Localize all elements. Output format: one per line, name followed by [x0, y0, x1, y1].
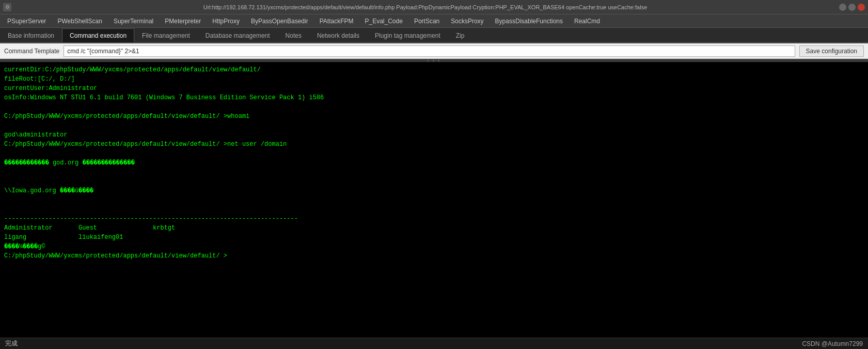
- terminal-line: C:/phpStudy/WWW/yxcms/protected/apps/def…: [4, 112, 864, 121]
- terminal-line: \\Iowa.god.org ����û����: [4, 186, 864, 195]
- terminal-line: currentUser:Administrator: [4, 84, 864, 93]
- menu-item-superterminal[interactable]: SuperTerminal: [108, 17, 159, 26]
- terminal-line: [4, 102, 864, 112]
- minimize-button[interactable]: [839, 4, 846, 11]
- terminal-line: [4, 177, 864, 186]
- menu-item-bypassopenbasedir[interactable]: ByPassOpenBasedir: [246, 17, 313, 26]
- maximize-button[interactable]: [848, 4, 856, 11]
- terminal-line: [4, 195, 864, 205]
- menu-item-httpproxy[interactable]: HttpProxy: [207, 17, 245, 26]
- command-template-label: Command Template: [4, 48, 59, 55]
- tab-database-management[interactable]: Database management: [198, 28, 278, 42]
- terminal-line: osInfo:Windows NT STU1 6.1 build 7601 (W…: [4, 93, 864, 102]
- menu-item-realcmd[interactable]: RealCmd: [569, 17, 605, 26]
- menu-item-portscan[interactable]: PortScan: [409, 17, 445, 26]
- tab-notes[interactable]: Notes: [278, 28, 309, 42]
- terminal-line: [4, 168, 864, 177]
- menu-item-pwebshellscan[interactable]: PWebShellScan: [52, 17, 107, 26]
- status-bar: 完成 CSDN @Autumn7299: [0, 338, 868, 349]
- app-icon: ⚙: [3, 3, 11, 11]
- menu-item-p_eval_code[interactable]: P_Eval_Code: [360, 17, 408, 26]
- menu-item-socksproxy[interactable]: SocksProxy: [446, 17, 488, 26]
- menu-item-psuperserver[interactable]: PSuperServer: [2, 17, 51, 26]
- terminal-output: currentDir:C:/phpStudy/WWW/yxcms/protect…: [0, 62, 868, 338]
- terminal-line: fileRoot:[C:/, D:/]: [4, 74, 864, 84]
- menu-item-pmeterpreter[interactable]: PMeterpreter: [160, 17, 206, 26]
- terminal-line: ������������ god.org ��������������: [4, 158, 864, 168]
- status-credit: CSDN @Autumn7299: [802, 340, 863, 347]
- terminal-line: [4, 205, 864, 214]
- command-template-bar: Command Template Save configuration: [0, 43, 868, 59]
- terminal-line: [4, 149, 864, 158]
- save-configuration-button[interactable]: Save configuration: [799, 45, 864, 57]
- tab-file-management[interactable]: File management: [134, 28, 198, 42]
- title-bar: ⚙ Url:http://192.168.72.131/yxcms/protec…: [0, 0, 868, 14]
- tab-base-information[interactable]: Base information: [0, 28, 62, 42]
- terminal-line: god\administrator: [4, 130, 864, 140]
- terminal-line: currentDir:C:/phpStudy/WWW/yxcms/protect…: [4, 65, 864, 74]
- tab-bar: Base informationCommand executionFile ma…: [0, 28, 868, 43]
- close-button[interactable]: [858, 4, 865, 11]
- divider-handle: • • •: [427, 58, 440, 64]
- terminal-line: ----------------------------------------…: [4, 214, 864, 223]
- command-template-input[interactable]: [64, 45, 795, 57]
- menu-item-bypassdisablefunctions[interactable]: BypassDisableFunctions: [490, 17, 568, 26]
- tab-plugin-tag-management[interactable]: Plugin tag management: [367, 28, 448, 42]
- menu-item-pattackfpm[interactable]: PAttackFPM: [314, 17, 359, 26]
- terminal-line: ����¼����g©: [4, 242, 864, 251]
- status-text: 完成: [5, 339, 18, 348]
- title-bar-text: Url:http://192.168.72.131/yxcms/protecte…: [11, 4, 839, 10]
- terminal-line: C:/phpStudy/WWW/yxcms/protected/apps/def…: [4, 140, 864, 149]
- window-controls: [839, 4, 865, 11]
- tab-network-details[interactable]: Network details: [309, 28, 367, 42]
- terminal-line: ligang liukaifeng01: [4, 233, 864, 242]
- terminal-line: [4, 121, 864, 130]
- tab-command-execution[interactable]: Command execution: [62, 28, 134, 43]
- tab-zip[interactable]: Zip: [448, 28, 472, 42]
- menu-bar: PSuperServerPWebShellScanSuperTerminalPM…: [0, 14, 868, 28]
- terminal-line: Administrator Guest krbtgt: [4, 223, 864, 233]
- terminal-line: C:/phpStudy/WWW/yxcms/protected/apps/def…: [4, 251, 864, 261]
